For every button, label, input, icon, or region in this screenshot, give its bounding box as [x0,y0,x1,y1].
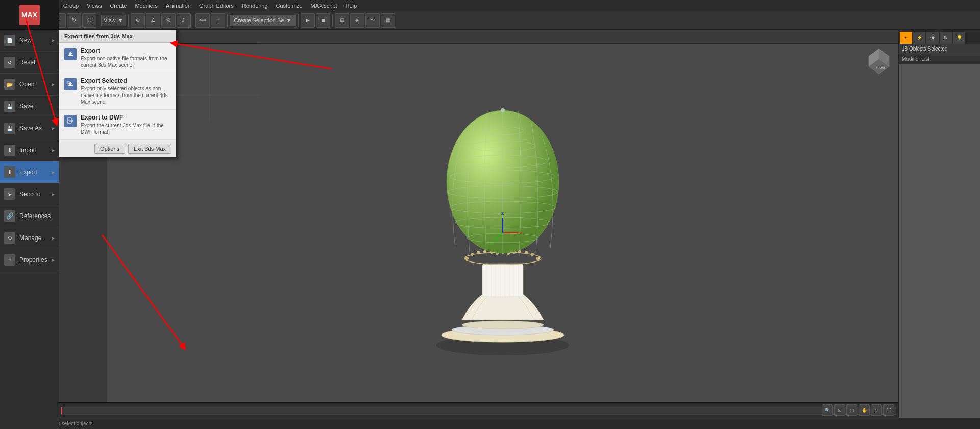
menu-group[interactable]: Group [59,2,83,10]
save-as-icon: 💾 [4,123,15,134]
reset-icon: ↺ [4,57,15,68]
export-item[interactable]: Export Export non-native file formats fr… [59,43,176,73]
svg-text:Y: Y [490,242,493,246]
tab-hierarchy[interactable]: 👁 [926,32,939,44]
menu-animation[interactable]: Animation [162,2,195,10]
menu-item-references[interactable]: 🔗 References [0,205,59,227]
open-arrow: ▶ [52,82,55,87]
export-to-dwf-item[interactable]: DWF Export to DWF Export the current 3ds… [59,110,176,140]
tab-create[interactable]: + [900,32,912,44]
menu-help[interactable]: Help [341,2,361,10]
export-item-text: Export Export non-native file formats fr… [81,47,170,68]
export-selected-desc: Export only selected objects as non-nati… [81,85,170,105]
statusbar: Click or click-and-drag to select object… [0,418,980,429]
zoom-btn[interactable]: 🔍 [822,404,833,416]
material-btn[interactable]: ◈ [350,13,364,28]
svg-point-25 [465,257,469,260]
schematic-btn[interactable]: ⊞ [335,13,349,28]
svg-point-38 [537,257,540,260]
menu-item-send-to[interactable]: ➤ Send to ▶ [0,183,59,205]
new-label: New [19,37,47,44]
angle-snap-btn[interactable]: ∠ [146,13,160,28]
open-label: Open [19,81,47,88]
align-btn[interactable]: ≡ [211,13,225,28]
menu-item-manage[interactable]: ⚙ Manage ▶ [0,227,59,249]
exit-3ds-max-button[interactable]: Exit 3ds Max [128,144,172,154]
svg-point-26 [471,253,474,256]
menu-item-reset[interactable]: ↺ Reset [0,52,59,74]
menu-item-save-as[interactable]: 💾 Save As ▶ [0,117,59,139]
timeline-playhead [61,407,62,414]
references-label: References [19,212,55,220]
menu-maxscript[interactable]: MAXScript [307,2,341,10]
menu-rendering[interactable]: Rendering [238,2,272,10]
view-dropdown[interactable]: View ▼ [101,15,126,26]
reset-label: Reset [19,59,55,66]
render-btn[interactable]: ◼ [316,13,330,28]
modifier-list-area[interactable] [899,64,980,429]
menu-item-new[interactable]: 📄 New ▶ [0,30,59,52]
options-button[interactable]: Options [94,144,125,154]
menu-item-properties[interactable]: ≡ Properties ▶ [0,249,59,271]
viewport: X Z Y Perspective [107,44,898,429]
svg-point-34 [518,250,521,253]
percent-snap-btn[interactable]: % [161,13,176,28]
send-to-icon: ➤ [4,188,15,200]
menu-create[interactable]: Create [106,2,131,10]
svg-rect-0 [68,55,73,56]
modifier-list-label: Modifier List [899,54,980,64]
main-toolbar: ↩ ↪ ▷ ✛ ↻ ⬡ View ▼ ⊕ ∠ % ⤴ ⟺ ≡ Create Se… [0,11,980,30]
field-of-view-btn[interactable]: ◫ [846,404,857,416]
app-menu: MAX 📄 New ▶ ↺ Reset 📂 Open ▶ 💾 Save 💾 Sa… [0,0,59,429]
menu-customize[interactable]: Customize [272,2,307,10]
svg-rect-2 [68,85,73,86]
orbit-btn[interactable]: ↻ [871,404,882,416]
svg-point-27 [477,251,480,254]
svg-rect-4 [67,81,69,83]
dope-btn[interactable]: ▦ [381,13,395,28]
export-selected-item[interactable]: Export Selected Export only selected obj… [59,73,176,110]
curve-btn[interactable]: 〜 [365,13,380,28]
svg-rect-15 [482,264,523,297]
export-dwf-icon: DWF [64,115,77,127]
new-arrow: ▶ [52,38,55,43]
view-cube[interactable]: FRONT [864,46,894,77]
snap-btn[interactable]: ⊕ [131,13,145,28]
export-selected-text: Export Selected Export only selected obj… [81,77,170,105]
zoom-all-btn[interactable]: ⊡ [834,404,845,416]
menu-item-open[interactable]: 📂 Open ▶ [0,74,59,96]
timeline-track[interactable] [61,407,896,415]
menu-item-save[interactable]: 💾 Save [0,96,59,117]
svg-point-28 [483,250,486,253]
rotate-btn[interactable]: ↻ [67,13,81,28]
menu-item-import[interactable]: ⬇ Import ▶ [0,139,59,161]
save-label: Save [19,103,55,110]
3d-object: X Z Y [388,69,618,366]
selection-info: 18 Objects Selected [899,44,980,54]
scale-btn[interactable]: ⬡ [82,13,96,28]
save-as-label: Save As [19,125,47,132]
export-item-title: Export [81,47,170,54]
import-label: Import [19,147,47,154]
create-selection-btn[interactable]: Create Selection Se ▼ [230,15,297,26]
pan-btn[interactable]: ✋ [859,404,870,416]
mirror-btn[interactable]: ⟺ [195,13,210,28]
right-panel: + ⚡ 👁 ↻ 💡 18 Objects Selected Modifier L… [898,30,980,429]
tab-modify[interactable]: ⚡ [913,32,925,44]
menu-views[interactable]: Views [83,2,106,10]
timeline [59,402,898,418]
menu-modifiers[interactable]: Modifiers [131,2,162,10]
menu-graph-editors[interactable]: Graph Editors [195,2,238,10]
play-btn[interactable]: ▶ [301,13,315,28]
tab-motion[interactable]: ↻ [940,32,952,44]
export-icon: ⬆ [4,166,15,178]
maximize-btn[interactable]: ⛶ [883,404,894,416]
menu-item-export[interactable]: ⬆ Export ▶ [0,161,59,183]
spinner-snap-btn[interactable]: ⤴ [177,13,191,28]
export-dwf-text: Export to DWF Export the current 3ds Max… [81,114,170,135]
manage-label: Manage [19,234,47,242]
properties-icon: ≡ [4,254,15,266]
tab-display[interactable]: 💡 [953,32,965,44]
save-as-arrow: ▶ [52,126,55,131]
properties-label: Properties [19,256,47,264]
